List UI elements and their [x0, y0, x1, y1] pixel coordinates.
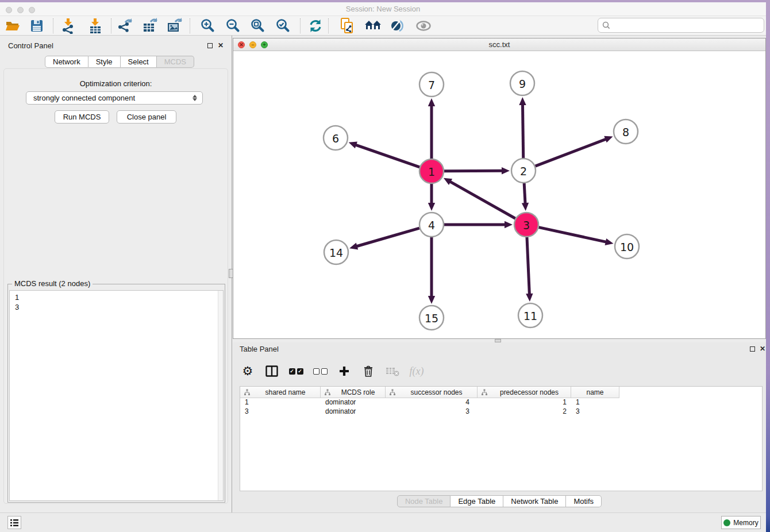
graph-node-1[interactable]: 1	[419, 159, 444, 183]
tab-mcds[interactable]: MCDS	[157, 56, 194, 68]
apply-layout-icon[interactable]	[306, 16, 325, 35]
svg-text:4: 4	[428, 219, 435, 232]
graph-edge-3-11[interactable]	[527, 237, 529, 295]
criterion-select[interactable]: strongly connected component	[26, 91, 203, 105]
export-image-icon[interactable]	[165, 16, 185, 35]
tab-network-table[interactable]: Network Table	[503, 495, 566, 507]
function-builder-icon[interactable]: f(x)	[409, 363, 425, 380]
graph-edge-1-6[interactable]	[355, 145, 419, 167]
control-panel-tabstrip: Network Style Select MCDS	[45, 56, 194, 68]
zoom-out-icon[interactable]	[224, 16, 243, 35]
graph-edge-1-2[interactable]	[444, 171, 503, 171]
column-header-successor-nodes[interactable]: successor nodes	[386, 387, 478, 398]
graph-edge-2-8[interactable]	[536, 139, 607, 166]
export-table-icon[interactable]	[141, 16, 160, 35]
tree-icon	[481, 389, 488, 396]
table-row[interactable]: 3 dominator 3 2 3	[240, 407, 762, 417]
tab-edge-table[interactable]: Edge Table	[451, 495, 503, 507]
tab-motifs[interactable]: Motifs	[566, 495, 602, 507]
svg-text:9: 9	[519, 78, 526, 90]
mcds-result-title: MCDS result (2 nodes)	[12, 279, 93, 288]
search-input[interactable]	[613, 21, 764, 30]
graph-node-6[interactable]: 6	[324, 126, 348, 150]
deselect-all-icon[interactable]	[312, 363, 328, 380]
graph-edge-arrowhead	[519, 97, 526, 105]
run-mcds-button[interactable]: Run MCDS	[55, 110, 109, 124]
table-row[interactable]: 1 dominator 4 1 1	[240, 398, 762, 407]
search-box[interactable]	[598, 18, 764, 33]
import-table-icon[interactable]	[86, 16, 105, 35]
graph-node-4[interactable]: 4	[419, 213, 444, 237]
network-window: ✕ − + scc.txt 7968124314101511	[233, 38, 766, 339]
graph-node-15[interactable]: 15	[419, 306, 444, 330]
graph-edge-4-14[interactable]	[356, 228, 419, 246]
window-titlebar: Session: New Session	[0, 2, 766, 16]
zoom-in-icon[interactable]	[198, 16, 218, 35]
save-session-icon[interactable]	[27, 16, 47, 35]
graph-node-7[interactable]: 7	[419, 72, 444, 97]
graph-node-14[interactable]: 14	[324, 240, 348, 264]
tab-style[interactable]: Style	[88, 56, 121, 68]
float-panel-icon[interactable]	[206, 41, 214, 49]
graph-node-9[interactable]: 9	[510, 71, 534, 95]
new-network-from-selection-icon[interactable]	[338, 16, 357, 35]
column-header-shared-name[interactable]: shared name	[240, 387, 321, 398]
graph-edge-arrowhead	[349, 142, 357, 149]
graph-edge-arrowhead	[502, 167, 510, 174]
column-header-mcds-role[interactable]: MCDS role	[321, 387, 386, 398]
delete-row-icon[interactable]	[360, 363, 376, 380]
control-panel-header: Control Panel ✕	[0, 36, 233, 52]
graph-edge-3-10[interactable]	[538, 228, 606, 242]
columns-icon[interactable]	[264, 363, 280, 380]
column-header-name[interactable]: name	[571, 387, 619, 398]
graph-node-3[interactable]: 3	[514, 213, 538, 237]
graph-node-10[interactable]: 10	[615, 234, 639, 259]
cybrowser-homes-icon[interactable]	[363, 16, 383, 35]
graph-edge-3-1[interactable]	[449, 182, 515, 219]
graph-edge-arrowhead	[522, 203, 529, 211]
graph-node-2[interactable]: 2	[511, 159, 536, 183]
toolbar-separator	[53, 18, 53, 33]
result-scrollbar[interactable]	[218, 291, 223, 500]
graph-node-11[interactable]: 11	[518, 303, 542, 327]
svg-text:3: 3	[523, 219, 530, 232]
close-panel-icon[interactable]: ✕	[217, 41, 225, 49]
zoom-selected-icon[interactable]	[274, 16, 293, 35]
close-panel-button[interactable]: Close panel	[117, 110, 176, 124]
table-panel-title: Table Panel	[240, 345, 279, 353]
hide-graphics-details-icon[interactable]	[388, 16, 407, 35]
mcds-result-area[interactable]: 1 3	[9, 290, 224, 501]
svg-text:7: 7	[428, 79, 435, 91]
add-row-icon[interactable]	[336, 363, 352, 380]
network-canvas[interactable]: 7968124314101511	[233, 51, 765, 339]
open-session-icon[interactable]	[3, 16, 22, 35]
graph-edge-2-3[interactable]	[524, 183, 525, 204]
graph-edge-arrowhead	[428, 203, 435, 211]
delete-table-icon[interactable]	[384, 363, 401, 380]
table-float-icon[interactable]	[748, 345, 756, 353]
memory-button[interactable]: Memory	[721, 516, 761, 529]
toolbar-separator	[328, 18, 329, 33]
import-network-icon[interactable]	[59, 16, 78, 35]
result-line: 1	[15, 292, 223, 302]
zoom-fit-icon[interactable]	[248, 16, 268, 35]
graph-node-8[interactable]: 8	[614, 119, 638, 144]
show-graphics-details-icon[interactable]	[414, 16, 433, 35]
status-bar: Memory	[0, 512, 766, 532]
task-history-button[interactable]	[7, 516, 21, 529]
network-window-titlebar[interactable]: ✕ − + scc.txt	[233, 38, 765, 51]
select-all-icon[interactable]: ✓✓	[288, 363, 304, 380]
settings-gear-icon[interactable]: ⚙	[240, 363, 256, 380]
control-panel-title: Control Panel	[8, 41, 53, 50]
export-network-icon[interactable]	[116, 16, 135, 35]
tab-network[interactable]: Network	[45, 56, 88, 68]
graph-edge-arrowhead	[428, 296, 435, 304]
column-header-predecessor-nodes[interactable]: predecessor nodes	[478, 387, 571, 398]
graph-edge-2-9[interactable]	[522, 104, 523, 158]
memory-label: Memory	[733, 519, 758, 527]
desktop-edge-right	[766, 0, 770, 532]
table-close-icon[interactable]: ✕	[759, 345, 767, 353]
tab-select[interactable]: Select	[121, 56, 157, 68]
svg-text:11: 11	[523, 310, 537, 322]
tab-node-table[interactable]: Node Table	[397, 495, 451, 507]
